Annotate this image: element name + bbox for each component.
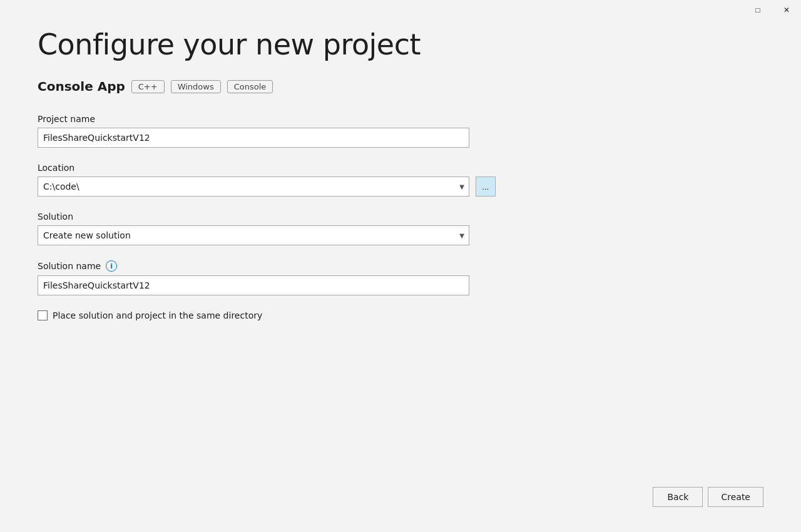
footer: Back Create bbox=[38, 474, 763, 507]
location-select-wrapper: C:\code\ ▼ bbox=[38, 176, 469, 197]
solution-name-group: Solution name i bbox=[38, 260, 763, 295]
tag-windows: Windows bbox=[171, 80, 221, 93]
browse-button[interactable]: ... bbox=[476, 176, 496, 197]
page-title: Configure your new project bbox=[38, 28, 763, 61]
solution-name-label: Solution name bbox=[38, 261, 101, 271]
tag-cpp: C++ bbox=[131, 80, 165, 93]
main-content: Configure your new project Console App C… bbox=[0, 0, 801, 532]
same-directory-label[interactable]: Place solution and project in the same d… bbox=[53, 310, 262, 320]
form-section: Project name Location C:\code\ ▼ ... Sol… bbox=[38, 114, 763, 474]
same-directory-row: Place solution and project in the same d… bbox=[38, 310, 763, 320]
location-select[interactable]: C:\code\ bbox=[38, 176, 469, 197]
solution-select-wrapper: Create new solution Add to solution ▼ bbox=[38, 225, 469, 245]
location-group: Location C:\code\ ▼ ... bbox=[38, 163, 763, 197]
back-button[interactable]: Back bbox=[653, 487, 703, 507]
solution-name-info-icon[interactable]: i bbox=[106, 260, 117, 272]
solution-name-input[interactable] bbox=[38, 275, 469, 295]
close-button[interactable]: ✕ bbox=[772, 0, 801, 20]
window-controls: □ ✕ bbox=[743, 0, 801, 20]
create-button[interactable]: Create bbox=[708, 487, 763, 507]
solution-name-label-row: Solution name i bbox=[38, 260, 763, 272]
solution-select[interactable]: Create new solution Add to solution bbox=[38, 225, 469, 245]
tag-console: Console bbox=[227, 80, 273, 93]
same-directory-checkbox[interactable] bbox=[38, 310, 48, 320]
app-info-row: Console App C++ Windows Console bbox=[38, 79, 763, 94]
minimize-button[interactable]: □ bbox=[743, 0, 772, 20]
location-label: Location bbox=[38, 163, 763, 173]
solution-group: Solution Create new solution Add to solu… bbox=[38, 212, 763, 245]
solution-label: Solution bbox=[38, 212, 763, 222]
project-name-input[interactable] bbox=[38, 128, 469, 148]
app-name-label: Console App bbox=[38, 79, 125, 94]
project-name-label: Project name bbox=[38, 114, 763, 124]
project-name-group: Project name bbox=[38, 114, 763, 148]
location-row: C:\code\ ▼ ... bbox=[38, 176, 763, 197]
